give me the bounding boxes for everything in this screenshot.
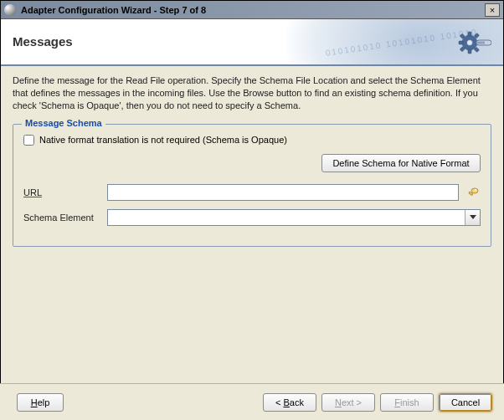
schema-element-label: Schema Element bbox=[23, 213, 100, 223]
svg-marker-15 bbox=[470, 215, 476, 219]
back-button[interactable]: < Back bbox=[263, 393, 316, 412]
svg-point-14 bbox=[475, 189, 476, 191]
url-row: URL bbox=[23, 184, 481, 201]
native-format-row: Define Schema for Native Format bbox=[23, 154, 481, 172]
browse-icon[interactable] bbox=[465, 185, 481, 200]
window-title: Adapter Configuration Wizard - Step 7 of… bbox=[21, 5, 485, 15]
svg-rect-11 bbox=[476, 42, 485, 44]
combo-dropdown-button[interactable] bbox=[465, 210, 480, 225]
app-icon bbox=[4, 4, 16, 16]
content-area: Define the message for the Read File ope… bbox=[1, 66, 503, 382]
svg-rect-3 bbox=[459, 41, 463, 44]
schema-element-value bbox=[108, 208, 115, 222]
schema-element-combo[interactable] bbox=[107, 209, 481, 226]
opaque-checkbox-row: Native format translation is not require… bbox=[23, 135, 481, 146]
svg-point-12 bbox=[471, 188, 478, 193]
help-button[interactable]: Help bbox=[17, 393, 64, 412]
svg-rect-2 bbox=[468, 49, 471, 54]
svg-rect-1 bbox=[468, 32, 471, 36]
fieldset-legend: Message Schema bbox=[22, 118, 105, 128]
schema-element-row: Schema Element bbox=[23, 209, 481, 226]
url-input[interactable] bbox=[107, 184, 459, 201]
finish-button: Finish bbox=[380, 393, 434, 412]
message-schema-fieldset: Message Schema Native format translation… bbox=[13, 124, 491, 247]
define-native-format-button[interactable]: Define Schema for Native Format bbox=[321, 154, 481, 172]
close-button[interactable]: × bbox=[485, 3, 500, 17]
description-text: Define the message for the Read File ope… bbox=[13, 74, 491, 112]
button-bar: Help < Back Next > Finish Cancel bbox=[0, 383, 504, 420]
opaque-checkbox[interactable] bbox=[23, 135, 34, 146]
title-bar: Adapter Configuration Wizard - Step 7 of… bbox=[1, 1, 503, 19]
next-button: Next > bbox=[321, 393, 375, 412]
opaque-checkbox-label: Native format translation is not require… bbox=[39, 135, 287, 145]
url-label: URL bbox=[23, 187, 100, 197]
gear-icon bbox=[458, 26, 491, 59]
svg-point-9 bbox=[467, 40, 473, 46]
banner: Messages bbox=[1, 19, 503, 66]
cancel-button[interactable]: Cancel bbox=[439, 393, 492, 412]
